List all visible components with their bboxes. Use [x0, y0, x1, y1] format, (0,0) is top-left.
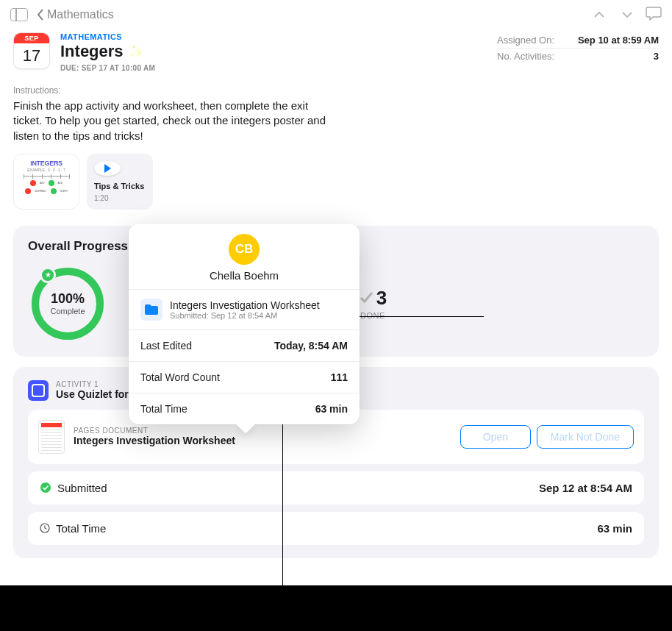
instructions-body: Finish the app activity and worksheet, t…	[13, 99, 329, 143]
speech-bubble-icon	[646, 6, 662, 21]
back-label: Mathematics	[47, 8, 114, 21]
assigned-on-value: Sep 10 at 8:59 AM	[578, 35, 659, 46]
popover-total-time-label: Total Time	[140, 403, 187, 415]
comment-button[interactable]	[646, 6, 662, 24]
caption-bar	[0, 585, 672, 631]
checkmark-icon	[359, 287, 373, 310]
submitted-row: Submitted Sep 12 at 8:54 AM	[28, 471, 644, 505]
quizlet-icon	[28, 380, 49, 401]
due-label: DUE: SEP 17 AT 10:00 AM	[60, 64, 487, 72]
popover-total-time-row: Total Time 63 min	[129, 393, 360, 424]
activities-value: 3	[654, 51, 659, 62]
next-button[interactable]	[618, 8, 637, 21]
page-title: Integers	[60, 42, 124, 61]
assigned-on-label: Assigned On:	[497, 35, 554, 46]
attachment-poster[interactable]: INTEGERS EXAMPLE · 0 · 0 · 1 · 7 ADDADD …	[13, 154, 79, 210]
calendar-icon: SEP 17	[13, 32, 50, 69]
popover-word-count-row: Total Word Count 111	[129, 362, 360, 393]
popover-doc-title: Integers Investigation Worksheet	[170, 299, 320, 311]
open-button[interactable]: Open	[460, 425, 531, 449]
activities-label: No. Activities:	[497, 51, 554, 62]
poster-thumbnail: INTEGERS EXAMPLE · 0 · 0 · 1 · 7 ADDADD …	[17, 157, 76, 206]
avatar: CB	[229, 234, 260, 265]
popover-last-edited-row: Last Edited Today, 8:54 AM	[129, 330, 360, 362]
play-button[interactable]	[94, 161, 121, 176]
progress-complete-label: Complete	[50, 307, 85, 316]
popover-last-edited-value: Today, 8:54 AM	[274, 340, 348, 352]
callout-line-horizontal	[338, 316, 484, 317]
instructions-label: Instructions:	[13, 85, 659, 96]
student-popover: CB Chella Boehm Integers Investigation W…	[129, 224, 360, 424]
submitted-label: Submitted	[57, 482, 107, 494]
popover-word-count-label: Total Word Count	[140, 371, 220, 383]
back-button[interactable]: Mathematics	[37, 8, 114, 21]
mark-not-done-button[interactable]: Mark Not Done	[537, 425, 634, 449]
calendar-month: SEP	[14, 33, 49, 43]
progress-ring: 100% Complete ★	[28, 264, 107, 343]
play-icon	[102, 163, 112, 174]
total-time-label: Total Time	[56, 522, 106, 535]
done-value: 3	[376, 287, 387, 310]
student-name: Chella Boehm	[129, 269, 360, 282]
total-time-value: 63 min	[597, 522, 632, 535]
prev-button[interactable]	[590, 8, 609, 21]
tips-duration: 1:20	[94, 194, 108, 202]
popover-doc-subtitle: Submitted: Sep 12 at 8:54 AM	[170, 311, 320, 320]
popover-total-time-value: 63 min	[315, 403, 348, 415]
folder-icon	[140, 299, 162, 321]
tips-label: Tips & Tricks	[94, 182, 144, 190]
calendar-day: 17	[14, 43, 49, 68]
sparkle-icon: ✨	[128, 43, 144, 60]
document-type-label: PAGES DOCUMENT	[74, 427, 235, 435]
subject-label: MATHEMATICS	[60, 32, 487, 41]
callout-line-vertical	[282, 395, 283, 599]
svg-point-2	[40, 482, 51, 493]
chevron-left-icon	[37, 9, 44, 21]
popover-last-edited-label: Last Edited	[140, 340, 192, 352]
document-thumbnail-icon	[38, 420, 65, 454]
activity-title: Use Quizlet for...	[56, 388, 137, 400]
popover-word-count-value: 111	[331, 371, 348, 383]
progress-percent: 100%	[51, 291, 85, 307]
submitted-value: Sep 12 at 8:54 AM	[539, 482, 632, 494]
chevron-down-icon	[622, 11, 632, 18]
attachment-tips[interactable]: Tips & Tricks 1:20	[87, 154, 153, 210]
activity-label: ACTIVITY 1	[56, 380, 137, 388]
total-time-row: Total Time 63 min	[28, 512, 644, 545]
clock-icon	[40, 523, 50, 533]
chevron-up-icon	[594, 11, 604, 18]
sidebar-toggle-icon[interactable]	[10, 8, 28, 21]
assignment-meta: Assigned On: Sep 10 at 8:59 AM No. Activ…	[497, 32, 659, 64]
popover-document-item[interactable]: Integers Investigation Worksheet Submitt…	[129, 290, 360, 330]
check-circle-icon	[40, 482, 51, 493]
document-title: Integers Investigation Worksheet	[74, 435, 235, 446]
star-badge-icon: ★	[40, 267, 56, 283]
